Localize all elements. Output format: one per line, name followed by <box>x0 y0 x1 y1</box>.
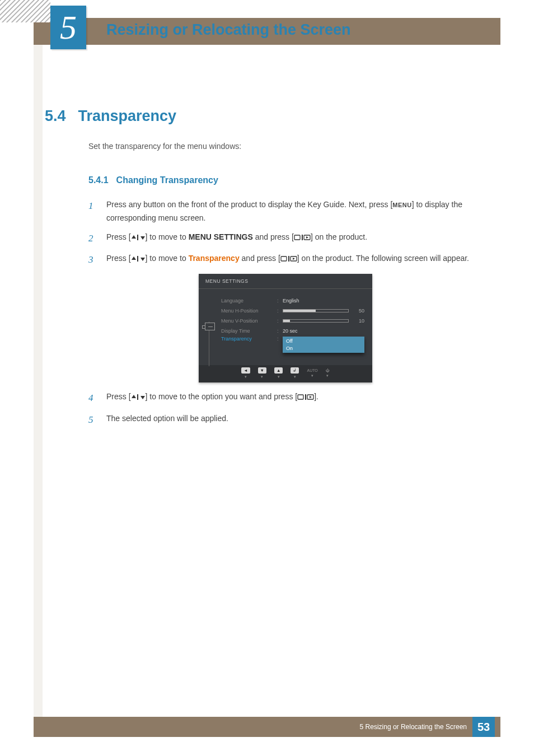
menu-settings-keyword: MENU SETTINGS <box>189 232 253 241</box>
section-heading: 5.4Transparency <box>45 108 176 125</box>
select-enter-icon <box>297 394 314 400</box>
osd-label-active: Transparency <box>221 336 277 342</box>
select-enter-icon <box>280 256 297 262</box>
osd-slider-value: 10 <box>353 318 364 324</box>
steps-list-continued: 4 Press [] to move to the option you wan… <box>88 390 498 434</box>
up-down-icon <box>131 394 146 400</box>
osd-label: Display Time <box>221 328 277 334</box>
transparency-keyword: Transparency <box>189 254 240 263</box>
svg-rect-11 <box>288 256 289 262</box>
menu-button-label: MENU <box>392 202 411 208</box>
step-1: 1 Press any button on the front of the p… <box>88 198 498 225</box>
osd-power-icon: ⏻▾ <box>326 368 330 378</box>
osd-footer: ◄▾ ▼▾ ▲▾ ↲▾ AUTO▾ ⏻▾ <box>199 365 372 382</box>
section-title: Transparency <box>78 108 177 124</box>
svg-rect-1 <box>137 235 138 240</box>
step-number: 4 <box>88 390 106 407</box>
up-down-icon <box>131 235 146 241</box>
svg-marker-16 <box>140 396 145 399</box>
subsection-number: 5.4.1 <box>88 175 109 185</box>
osd-slider <box>283 309 349 312</box>
osd-header: MENU SETTINGS <box>199 274 372 289</box>
osd-enter-icon: ↲▾ <box>291 367 299 379</box>
osd-row-language: Language : English <box>221 296 364 306</box>
osd-row-displaytime: Display Time : 20 sec <box>221 326 364 336</box>
svg-rect-4 <box>302 235 303 240</box>
svg-marker-14 <box>132 395 136 398</box>
step-text: Press any button on the front of the pro… <box>106 198 498 225</box>
subsection-heading: 5.4.1Changing Transparency <box>88 175 218 185</box>
step-number: 2 <box>88 231 106 247</box>
osd-label: Language <box>221 298 277 304</box>
svg-marker-0 <box>132 235 136 239</box>
osd-rows: Language : English Menu H-Position : 50 … <box>221 296 372 353</box>
osd-up-icon: ▲▾ <box>274 367 283 379</box>
osd-row-hposition: Menu H-Position : 50 <box>221 306 364 316</box>
osd-option-off: Off <box>286 338 361 345</box>
subsection-title: Changing Transparency <box>116 175 218 185</box>
osd-value: English <box>283 298 364 304</box>
step-text: Press [] to move to the option you want … <box>106 390 318 407</box>
svg-rect-8 <box>137 256 138 262</box>
osd-row-transparency: Transparency : Off On <box>221 336 364 353</box>
osd-value: 20 sec <box>283 328 364 334</box>
step-text: Press [] to move to Transparency and pre… <box>106 252 469 268</box>
osd-label: Menu V-Position <box>221 318 277 324</box>
step-number: 1 <box>88 198 106 225</box>
step-5: 5 The selected option will be applied. <box>88 412 498 428</box>
up-down-icon <box>131 256 146 262</box>
osd-auto-label: AUTO▾ <box>307 368 317 378</box>
step-text: The selected option will be applied. <box>106 412 228 428</box>
left-margin-stripe <box>34 45 43 717</box>
osd-body: Language : English Menu H-Position : 50 … <box>199 289 372 365</box>
osd-slider <box>283 319 349 323</box>
svg-rect-17 <box>298 395 303 399</box>
chapter-number-box: 5 <box>50 6 86 49</box>
osd-down-icon: ▼▾ <box>258 367 266 379</box>
osd-option-on: On <box>286 345 361 352</box>
osd-label: Menu H-Position <box>221 308 277 314</box>
svg-marker-13 <box>293 258 295 260</box>
step-2: 2 Press [] to move to MENU SETTINGS and … <box>88 231 498 247</box>
svg-rect-15 <box>137 394 138 400</box>
svg-marker-6 <box>306 236 308 239</box>
footer-text: 5 Resizing or Relocating the Screen <box>360 723 467 731</box>
settings-category-icon <box>205 323 215 330</box>
osd-menu-screenshot: MENU SETTINGS Language : English Menu H-… <box>199 274 372 382</box>
section-number: 5.4 <box>45 108 66 124</box>
step-text: Press [] to move to MENU SETTINGS and pr… <box>106 231 367 247</box>
svg-rect-3 <box>294 235 300 240</box>
step-3: 3 Press [] to move to Transparency and p… <box>88 252 498 268</box>
chapter-number: 5 <box>60 8 77 47</box>
osd-icon-column <box>199 296 221 353</box>
osd-back-icon: ◄▾ <box>241 367 250 379</box>
chapter-title: Resizing or Relocating the Screen <box>106 21 351 39</box>
step-4: 4 Press [] to move to the option you wan… <box>88 390 498 407</box>
page-number: 53 <box>477 721 490 734</box>
svg-marker-9 <box>140 258 145 261</box>
osd-dropdown: Off On <box>283 337 364 353</box>
svg-rect-18 <box>305 394 306 400</box>
svg-marker-7 <box>132 256 136 260</box>
corner-hatch <box>0 0 50 22</box>
osd-slider-value: 50 <box>353 308 364 314</box>
osd-row-vposition: Menu V-Position : 10 <box>221 316 364 326</box>
footer-bar: 5 Resizing or Relocating the Screen 53 <box>34 717 500 737</box>
svg-rect-10 <box>281 256 287 261</box>
step-number: 3 <box>88 252 106 268</box>
page-number-box: 53 <box>472 717 495 737</box>
intro-text: Set the transparency for the menu window… <box>88 142 241 151</box>
step-number: 5 <box>88 412 106 428</box>
svg-marker-2 <box>140 236 145 240</box>
select-enter-icon <box>294 235 311 241</box>
steps-list: 1 Press any button on the front of the p… <box>88 198 498 274</box>
svg-marker-20 <box>310 396 312 398</box>
